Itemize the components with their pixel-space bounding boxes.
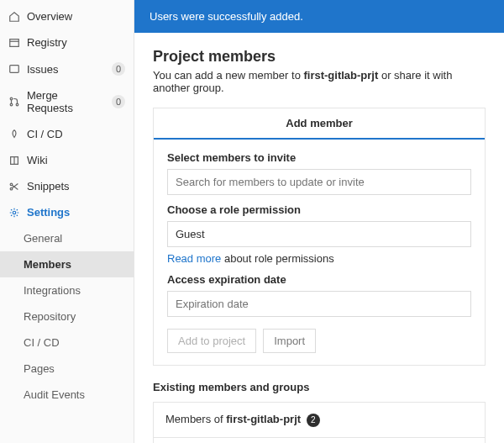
- sidebar-sub-general[interactable]: General: [0, 225, 134, 251]
- sidebar-sub-label: Audit Events: [24, 388, 85, 401]
- tab-add-member[interactable]: Add member: [154, 108, 485, 140]
- rocket-icon: [8, 129, 20, 140]
- sidebar-item-settings[interactable]: Settings: [0, 199, 134, 225]
- sidebar-item-label: Registry: [27, 36, 125, 49]
- success-banner: Users were successfully added.: [134, 0, 504, 33]
- svg-rect-0: [10, 39, 19, 46]
- members-box: Members of first-gitlab-prjt 2 mahantesh…: [153, 402, 486, 443]
- search-members-input[interactable]: [167, 169, 471, 195]
- sidebar-sub-cicd[interactable]: CI / CD: [0, 330, 134, 356]
- role-hint: Read more about role permissions: [167, 252, 471, 265]
- issues-icon: [8, 63, 20, 75]
- svg-point-2: [10, 98, 13, 100]
- sidebar-sub-members[interactable]: Members: [0, 251, 134, 277]
- page-title: Project members: [153, 48, 486, 66]
- sidebar-item-merge-requests[interactable]: Merge Requests 0: [0, 82, 134, 121]
- issues-badge: 0: [112, 62, 125, 76]
- existing-members-title: Existing members and groups: [153, 381, 486, 393]
- role-permission-label: Choose a role permission: [167, 203, 471, 216]
- members-header: Members of first-gitlab-prjt 2: [154, 403, 485, 438]
- expiration-input[interactable]: [167, 291, 471, 317]
- sidebar-sub-repository[interactable]: Repository: [0, 303, 134, 330]
- read-more-link[interactable]: Read more: [167, 252, 221, 265]
- sidebar-item-label: Merge Requests: [27, 89, 105, 114]
- sidebar-item-overview[interactable]: Overview: [0, 3, 134, 29]
- main: Users were successfully added. Project m…: [134, 0, 504, 443]
- expiration-label: Access expiration date: [167, 273, 471, 286]
- registry-icon: [8, 37, 20, 49]
- sidebar-sub-integrations[interactable]: Integrations: [0, 277, 134, 303]
- sidebar-item-snippets[interactable]: Snippets: [0, 173, 134, 199]
- sidebar-item-label: Snippets: [27, 180, 125, 192]
- sidebar-item-issues[interactable]: Issues 0: [0, 55, 134, 82]
- sidebar-sub-label: Members: [24, 258, 71, 271]
- svg-rect-1: [10, 66, 19, 73]
- sidebar-item-label: Wiki: [27, 154, 125, 166]
- member-count-badge: 2: [307, 414, 320, 427]
- sidebar-sub-label: CI / CD: [24, 336, 60, 349]
- sidebar-sub-label: Pages: [24, 362, 55, 375]
- sidebar: Overview Registry Issues 0 Merge Request…: [0, 0, 134, 443]
- sidebar-sub-label: Integrations: [24, 284, 81, 297]
- page-subtitle: You can add a new member to first-gitlab…: [153, 69, 486, 94]
- sidebar-item-wiki[interactable]: Wiki: [0, 147, 134, 173]
- sidebar-item-label: CI / CD: [27, 128, 125, 140]
- sidebar-item-label: Issues: [27, 63, 105, 76]
- add-member-card: Add member Select members to invite Choo…: [153, 108, 486, 366]
- import-button[interactable]: Import: [263, 329, 316, 353]
- select-members-label: Select members to invite: [167, 151, 471, 164]
- mr-badge: 0: [112, 95, 125, 108]
- gear-icon: [8, 207, 20, 219]
- book-icon: [8, 155, 20, 166]
- role-permission-select[interactable]: Guest: [167, 221, 471, 247]
- sidebar-sub-audit[interactable]: Audit Events: [0, 382, 134, 408]
- svg-point-7: [13, 211, 16, 214]
- sidebar-item-cicd[interactable]: CI / CD: [0, 121, 134, 147]
- home-icon: [8, 11, 20, 23]
- scissors-icon: [8, 181, 20, 192]
- sidebar-item-label: Overview: [27, 10, 125, 23]
- sidebar-sub-label: Repository: [24, 310, 76, 323]
- svg-point-4: [16, 103, 18, 106]
- add-to-project-button[interactable]: Add to project: [167, 329, 256, 353]
- sidebar-sub-label: General: [24, 232, 62, 245]
- merge-icon: [8, 96, 20, 108]
- sidebar-sub-pages[interactable]: Pages: [0, 356, 134, 382]
- member-row: mahantesh v nagathan @mantu1904 It's you…: [154, 438, 485, 444]
- sidebar-item-label: Settings: [27, 206, 125, 219]
- banner-text: Users were successfully added.: [150, 10, 303, 23]
- sidebar-item-registry[interactable]: Registry: [0, 29, 134, 55]
- svg-point-3: [10, 103, 13, 106]
